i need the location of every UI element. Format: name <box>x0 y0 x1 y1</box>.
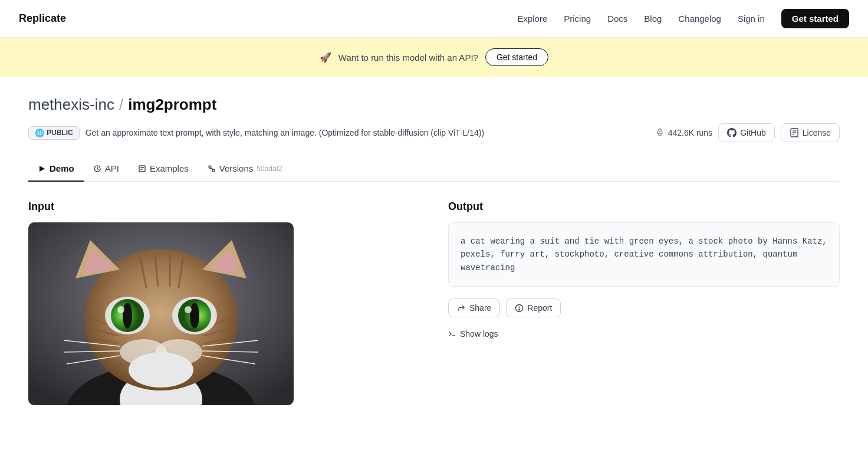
sign-in-button[interactable]: Sign in <box>738 14 765 24</box>
share-icon <box>457 304 466 313</box>
model-org[interactable]: methexis-inc <box>28 96 114 114</box>
svg-point-10 <box>209 166 211 168</box>
input-image-container <box>28 222 294 405</box>
tab-api[interactable]: API <box>84 156 129 182</box>
output-text: a cat wearing a suit and tie with green … <box>448 222 840 287</box>
output-title: Output <box>448 201 840 213</box>
badge-label: PUBLIC <box>47 129 73 137</box>
model-name: img2prompt <box>128 96 216 114</box>
svg-marker-5 <box>40 166 45 172</box>
svg-point-48 <box>129 352 193 388</box>
nav-docs[interactable]: Docs <box>607 14 627 24</box>
model-meta: 🌐 PUBLIC Get an approximate text prompt,… <box>28 123 840 142</box>
nav-changelog[interactable]: Changelog <box>678 14 721 24</box>
runs-count: 442.6K runs <box>655 128 713 137</box>
tab-versions-badge: 50adaf2 <box>257 165 282 173</box>
svg-point-51 <box>519 309 520 310</box>
api-icon <box>93 165 101 173</box>
banner-text: Want to run this model with an API? <box>338 52 478 63</box>
public-badge: 🌐 PUBLIC <box>28 126 80 140</box>
examples-icon <box>138 165 146 173</box>
output-actions: Share Report <box>448 298 840 317</box>
output-section: Output a cat wearing a suit and tie with… <box>448 201 840 405</box>
svg-point-37 <box>117 306 124 313</box>
tab-examples[interactable]: Examples <box>129 156 198 182</box>
tabs: Demo API Examples Versions 50ada <box>28 156 840 182</box>
model-title: methexis-inc / img2prompt <box>28 96 840 114</box>
globe-icon: 🌐 <box>35 129 44 137</box>
terminal-icon <box>448 330 456 338</box>
model-separator: / <box>119 96 123 114</box>
get-started-nav-button[interactable]: Get started <box>781 9 849 28</box>
report-icon <box>515 304 524 313</box>
share-button[interactable]: Share <box>448 298 500 317</box>
banner-get-started-button[interactable]: Get started <box>485 48 548 66</box>
svg-point-36 <box>190 303 199 329</box>
show-logs-button[interactable]: Show logs <box>448 329 498 339</box>
banner-emoji: 🚀 <box>320 52 331 63</box>
runs-label: 442.6K runs <box>668 128 713 137</box>
tab-api-label: API <box>105 163 119 173</box>
versions-icon <box>208 165 216 173</box>
tab-versions-label: Versions <box>219 163 254 173</box>
logo[interactable]: Replicate <box>19 12 66 25</box>
nav-pricing[interactable]: Pricing <box>564 14 591 24</box>
github-icon <box>727 128 737 137</box>
license-label: License <box>803 128 831 137</box>
svg-rect-7 <box>139 166 145 172</box>
play-icon <box>38 165 46 173</box>
svg-point-38 <box>185 306 192 313</box>
input-section: Input <box>28 201 420 405</box>
svg-point-0 <box>659 131 660 132</box>
github-label: GitHub <box>740 128 766 137</box>
main-columns: Input <box>28 201 840 405</box>
license-icon <box>790 128 799 137</box>
show-logs-label: Show logs <box>460 329 498 339</box>
header: Replicate Explore Pricing Docs Blog Chan… <box>0 0 868 38</box>
model-meta-right: 442.6K runs GitHub License <box>655 123 840 142</box>
tab-demo-label: Demo <box>50 163 74 173</box>
input-title: Input <box>28 201 420 213</box>
page-content: methexis-inc / img2prompt 🌐 PUBLIC Get a… <box>0 77 868 405</box>
model-description: Get an approximate text prompt, with sty… <box>86 128 484 137</box>
cat-image-svg <box>28 222 294 405</box>
svg-point-35 <box>123 303 132 329</box>
share-label: Share <box>469 303 491 313</box>
license-button[interactable]: License <box>781 123 840 142</box>
tab-versions[interactable]: Versions 50adaf2 <box>198 156 292 182</box>
tab-examples-label: Examples <box>150 163 189 173</box>
svg-point-11 <box>212 169 215 172</box>
github-button[interactable]: GitHub <box>718 123 775 142</box>
nav-explore[interactable]: Explore <box>517 14 547 24</box>
main-nav: Explore Pricing Docs Blog Changelog Sign… <box>517 9 849 28</box>
model-meta-left: 🌐 PUBLIC Get an approximate text prompt,… <box>28 126 484 140</box>
report-button[interactable]: Report <box>506 298 561 317</box>
nav-blog[interactable]: Blog <box>644 14 662 24</box>
report-label: Report <box>527 303 552 313</box>
tab-demo[interactable]: Demo <box>28 156 84 182</box>
svg-line-12 <box>210 168 213 169</box>
api-banner: 🚀 Want to run this model with an API? Ge… <box>0 38 868 77</box>
rocket-icon <box>655 128 665 137</box>
